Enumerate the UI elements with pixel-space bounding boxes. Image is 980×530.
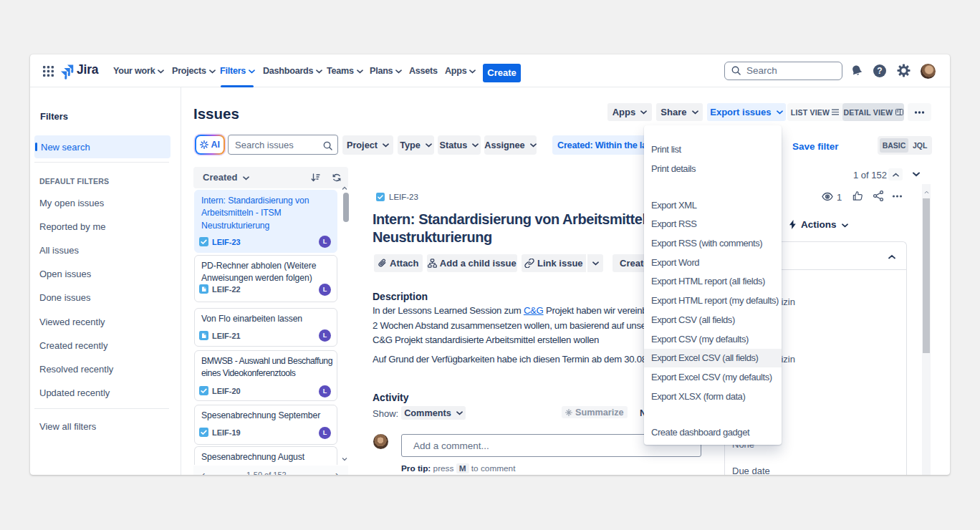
svg-text:?: ? bbox=[877, 66, 882, 76]
